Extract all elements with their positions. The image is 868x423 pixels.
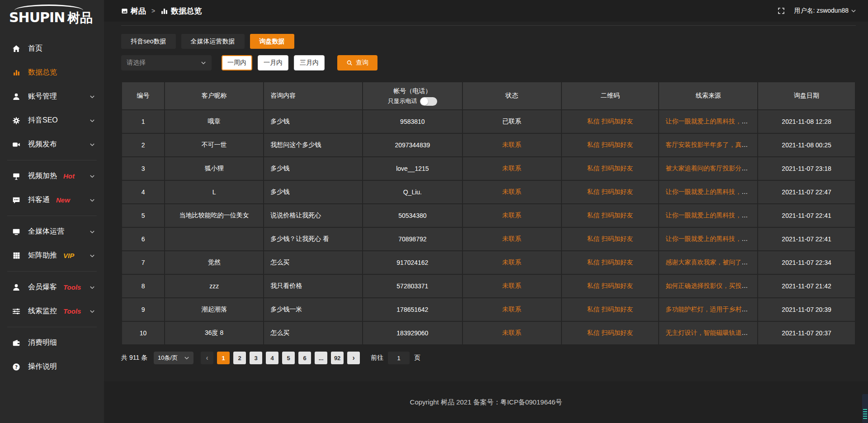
filter-select[interactable]: 请选择: [121, 55, 212, 70]
sidebar-item-matrix-boost[interactable]: 矩阵助推VIP: [0, 244, 104, 268]
sidebar-item-overview[interactable]: 数据总览: [0, 61, 104, 85]
sidebar-item-member-burst[interactable]: 会员爆客Tools: [0, 275, 104, 299]
qrcode-link[interactable]: 私信 扫码加好友: [587, 258, 633, 266]
chevron-down-icon: [851, 8, 856, 14]
prev-page-button[interactable]: ‹: [201, 352, 213, 364]
cell-qrcode: 私信 扫码加好友: [562, 181, 659, 203]
qrcode-link[interactable]: 私信 扫码加好友: [587, 141, 633, 148]
sidebar-item-home[interactable]: 首页: [0, 37, 104, 61]
fullscreen-icon[interactable]: [778, 7, 785, 14]
cell-content: 多少钱？让我死心 看: [264, 228, 362, 250]
cell-nickname: [165, 228, 263, 250]
cell-content: 我只看价格: [264, 275, 362, 297]
source-link[interactable]: 让你一眼就爱上的黑科技，能...: [665, 235, 753, 242]
query-button[interactable]: 查询: [337, 55, 377, 70]
col-account-label: 帐号（电话）: [367, 86, 458, 95]
breadcrumb-page-label: 数据总览: [171, 6, 202, 16]
app-window: SHUPIN 树品 首页数据总览账号管理抖音SEO视频发布视频加热Hot抖客通N…: [0, 0, 868, 423]
sidebar-item-video-publish[interactable]: 视频发布: [0, 132, 104, 156]
sidebar-item-douyin-seo[interactable]: 抖音SEO: [0, 108, 104, 132]
qrcode-link[interactable]: 私信 扫码加好友: [587, 235, 633, 242]
breadcrumb-page[interactable]: 数据总览: [160, 6, 202, 16]
sidebar-item-help[interactable]: ?操作说明: [0, 355, 104, 379]
qrcode-link[interactable]: 私信 扫码加好友: [587, 282, 633, 289]
board-icon: [12, 172, 21, 181]
table-row: 3狐小狸多少钱love__1215未联系私信 扫码加好友被大家追着问的客厅投影分…: [122, 157, 855, 180]
source-link[interactable]: 让你一眼就爱上的黑科技，能...: [665, 118, 753, 125]
user-menu[interactable]: 用户名: zswodun88: [794, 7, 856, 15]
range-button-0[interactable]: 一周内: [222, 55, 252, 70]
jump-label: 前往: [371, 354, 383, 362]
sidebar-item-media-ops[interactable]: 全媒体运营: [0, 220, 104, 244]
source-link[interactable]: 让你一眼就爱上的黑科技，能...: [665, 188, 753, 195]
cell-content: 我想问这个多少钱: [264, 134, 362, 156]
total-count: 共 911 条: [121, 354, 147, 362]
jump-input[interactable]: [388, 352, 410, 364]
page-button-4[interactable]: 4: [266, 352, 278, 364]
source-link[interactable]: 被大家追着问的客厅投影分享...: [665, 164, 753, 172]
sidebar-menu: 首页数据总览账号管理抖音SEO视频发布视频加热Hot抖客通New全媒体运营矩阵助…: [0, 34, 104, 379]
table-row: 7觉然怎么买917024162未联系私信 扫码加好友感谢大家喜欢我家，被问了好.…: [122, 251, 855, 274]
source-link[interactable]: 无主灯设计，智能磁吸轨道灯...: [665, 329, 753, 336]
sidebar-item-douketong[interactable]: 抖客通New: [0, 188, 104, 212]
sidebar-item-badge: VIP: [63, 252, 74, 259]
source-link[interactable]: 如何正确选择投影仪，买投影...: [665, 282, 753, 289]
cell-date: 2021-11-07 22:41: [758, 204, 855, 227]
source-link[interactable]: 感谢大家喜欢我家，被问了好...: [665, 258, 753, 266]
tab-inquiry-data[interactable]: 询盘数据: [250, 34, 294, 49]
cell-date: 2021-11-07 20:39: [758, 298, 855, 321]
breadcrumb: 树品 > 数据总览: [121, 6, 202, 16]
sidebar-item-leads-monitor[interactable]: 线索监控Tools: [0, 299, 104, 323]
breadcrumb-app-label: 树品: [131, 6, 146, 16]
phone-only-toggle[interactable]: [420, 97, 437, 106]
sidebar-divider: [7, 271, 97, 272]
cell-nickname: 当地比较能吃的一位美女: [165, 204, 263, 227]
range-button-1[interactable]: 一月内: [258, 55, 288, 70]
page-button-92[interactable]: 92: [331, 352, 344, 364]
range-buttons: 一周内一月内三月内: [222, 55, 325, 70]
range-button-2[interactable]: 三月内: [294, 55, 325, 70]
cell-qrcode: 私信 扫码加好友: [562, 275, 659, 297]
table-row: 8zzz我只看价格572803371未联系私信 扫码加好友如何正确选择投影仪，买…: [122, 275, 855, 297]
page-button-1[interactable]: 1: [217, 352, 230, 364]
source-link[interactable]: 客厅安装投影半年多了，真实...: [665, 141, 753, 148]
topbar: 树品 > 数据总览 用户名: zswodun88: [104, 0, 868, 22]
page-button-3[interactable]: 3: [250, 352, 262, 364]
breadcrumb-app[interactable]: 树品: [121, 6, 146, 16]
tab-media-ops-data[interactable]: 全媒体运营数据: [181, 34, 245, 49]
svg-text:?: ?: [15, 364, 18, 370]
page-size-select[interactable]: 10条/页: [154, 352, 193, 364]
source-link[interactable]: 多功能护栏灯，适用于乡村文...: [665, 306, 753, 313]
next-page-button[interactable]: ›: [347, 352, 360, 364]
filter-bar: 请选择 一周内一月内三月内 查询: [121, 55, 856, 70]
cell-status: 未联系: [463, 298, 561, 321]
cell-account: Q_Liu.: [363, 181, 462, 203]
sidebar-item-badge: New: [56, 196, 70, 204]
cell-source: 让你一眼就爱上的黑科技，能...: [659, 228, 757, 250]
sidebar-item-account[interactable]: 账号管理: [0, 85, 104, 108]
qrcode-link[interactable]: 私信 扫码加好友: [587, 212, 633, 219]
source-link[interactable]: 让你一眼就爱上的黑科技，能...: [665, 212, 753, 219]
cell-qrcode: 私信 扫码加好友: [562, 204, 659, 227]
qrcode-link[interactable]: 私信 扫码加好友: [587, 118, 633, 125]
qrcode-link[interactable]: 私信 扫码加好友: [587, 329, 633, 336]
cell-status: 已联系: [463, 110, 561, 133]
cell-qrcode: 私信 扫码加好友: [562, 322, 659, 344]
pagination: 共 911 条 10条/页 ‹ 123456...92 › 前往 页: [121, 352, 856, 364]
page-button-2[interactable]: 2: [233, 352, 246, 364]
sidebar-item-video-heat[interactable]: 视频加热Hot: [0, 164, 104, 188]
page-ellipsis-button[interactable]: ...: [315, 352, 327, 364]
qrcode-link[interactable]: 私信 扫码加好友: [587, 188, 633, 195]
page-button-6[interactable]: 6: [298, 352, 311, 364]
page-button-5[interactable]: 5: [282, 352, 295, 364]
table-row: 4L多少钱Q_Liu.未联系私信 扫码加好友让你一眼就爱上的黑科技，能...20…: [122, 181, 855, 203]
cell-content: 多少钱: [264, 181, 362, 203]
qrcode-link[interactable]: 私信 扫码加好友: [587, 164, 633, 172]
qrcode-link[interactable]: 私信 扫码加好友: [587, 306, 633, 313]
inquiry-table: 编号 客户昵称 咨询内容 帐号（电话） 只显示电话 状态 二维码 线索来源: [121, 81, 856, 345]
cell-nickname: 觉然: [165, 251, 263, 274]
sidebar-item-badge: Hot: [63, 172, 75, 180]
tab-douyin-seo-data[interactable]: 抖音seo数据: [121, 34, 176, 49]
sidebar-item-expense[interactable]: 消费明细: [0, 331, 104, 355]
sidebar-item-label: 消费明细: [28, 338, 57, 348]
